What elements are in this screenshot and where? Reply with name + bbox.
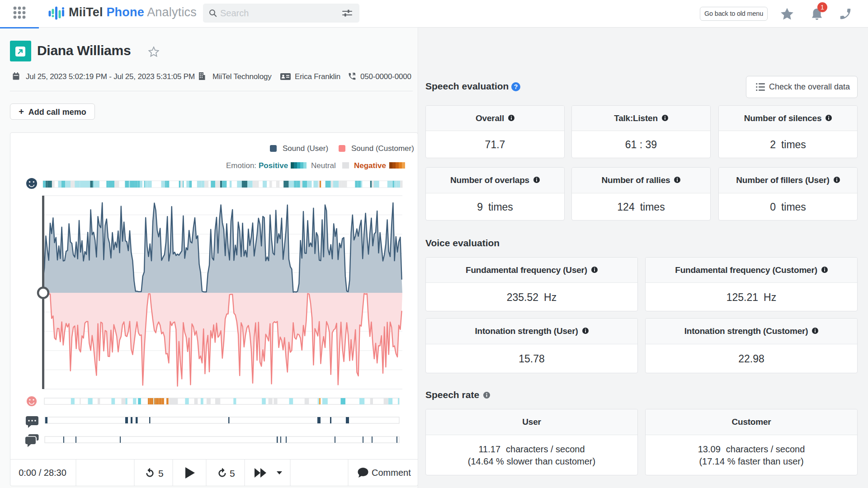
svg-text:Positive: Positive [259,161,288,170]
svg-text:Sound (User): Sound (User) [283,144,328,153]
svg-text:0:00 / 28:30: 0:00 / 28:30 [19,468,66,478]
svg-text:5: 5 [158,468,164,479]
svg-text:Neutral: Neutral [311,161,336,170]
svg-text:Comment: Comment [372,468,411,478]
svg-text:Emotion:: Emotion: [226,161,256,170]
svg-text:Sound (Customer): Sound (Customer) [351,144,414,153]
svg-text:Negative: Negative [354,161,386,170]
svg-text:5: 5 [230,468,235,479]
